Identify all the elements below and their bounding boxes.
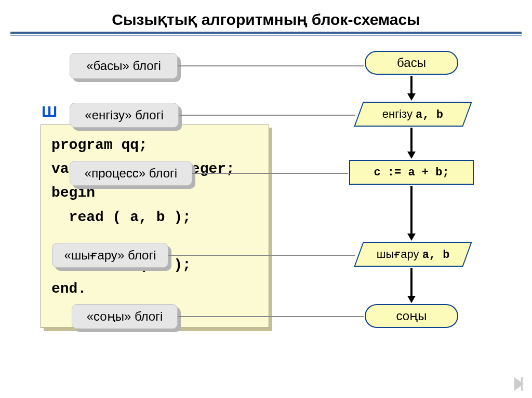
slide-title: Сызықтық алгоритмның блок-схемасы [0,0,532,32]
arrow-head-icon [407,296,416,303]
arrow-line [410,128,413,153]
arrow-head-icon [407,234,416,241]
arrow-line [410,268,413,297]
connector-line [179,115,355,116]
flow-end-terminal: соңы [365,304,458,328]
flow-process-block: c := a + b; [349,160,474,185]
connector-line [178,316,364,317]
connector-line [168,255,355,256]
divider [10,32,522,34]
arrow-head-icon [407,152,416,159]
flow-output-text: шығару a, b [377,248,450,262]
connector-line [192,173,348,174]
code-box: program qq; var a, b, c: integer; begin … [41,125,269,328]
arrow-head-icon [407,93,416,101]
divider-thin [10,35,522,36]
arrow-line [410,76,413,94]
next-slide-icon[interactable] [514,377,524,391]
flow-start-terminal: басы [365,51,458,75]
arrow-line [410,186,413,235]
label-start: «басы» блогі [70,53,178,79]
connector-line [178,65,364,66]
label-process: «процесс» блогі [70,161,192,186]
label-output: «шығару» блогі [52,243,168,268]
label-input: «енгізу» блогі [70,103,179,128]
flow-output-block: шығару a, b [354,242,472,267]
flow-input-text: енгізу a, b [382,107,443,121]
label-end: «соңы» блогі [72,304,178,329]
flow-input-block: енгізу a, b [354,102,472,127]
heading-fragment: Ш [42,103,57,120]
